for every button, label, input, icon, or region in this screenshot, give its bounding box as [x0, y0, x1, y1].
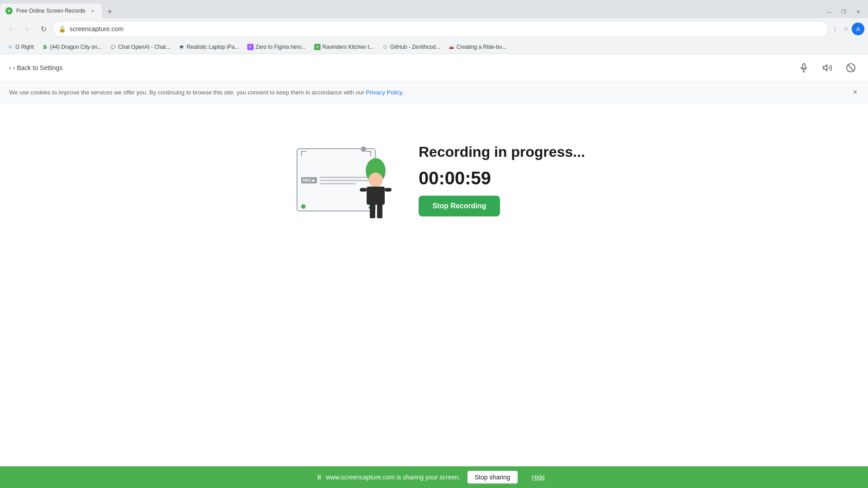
bookmark-ravinders-icon: R [314, 44, 321, 50]
bookmark-github-icon: ⬡ [382, 44, 388, 50]
bookmark-github-label: GitHub - Zenithcod... [390, 44, 440, 50]
svg-line-3 [848, 65, 854, 71]
bookmark-github[interactable]: ⬡ GitHub - Zenithcod... [378, 43, 444, 51]
hide-button[interactable]: Hide [525, 471, 552, 483]
top-bar: ‹ ‹ Back to Settings [0, 54, 868, 82]
recording-info: Recording in progress... 00:00:59 Stop R… [419, 143, 585, 216]
lock-icon: 🔒 [58, 25, 66, 33]
person-svg [346, 157, 392, 221]
profile-button[interactable]: A [852, 23, 864, 35]
cookie-banner: We use cookies to improve the services w… [0, 82, 868, 103]
bookmark-laptop[interactable]: 💻 Realistic Laptop iPa... [175, 43, 243, 51]
stop-sharing-button[interactable]: Stop sharing [467, 471, 518, 483]
stop-recording-button[interactable]: Stop Recording [419, 196, 500, 216]
page-content: ‹ ‹ Back to Settings [0, 54, 868, 257]
forward-button[interactable]: › [20, 22, 34, 36]
extensions-button[interactable]: ⋮ [830, 24, 840, 34]
bookmark-figma-label: Zero to Figma hero... [255, 44, 306, 50]
bookmark-ride-label: Creating a Ride-bo... [457, 44, 507, 50]
browser-chrome: ● Free Online Screen Recorde × + — ❐ ✕ ‹… [0, 0, 868, 54]
screen-share-message: www.screencapture.com is sharing your sc… [326, 474, 460, 481]
active-tab[interactable]: ● Free Online Screen Recorde × [0, 4, 102, 18]
block-button[interactable] [843, 60, 859, 76]
corner-tr [366, 151, 371, 156]
play-icon: ▶ [312, 178, 315, 183]
recording-status-title: Recording in progress... [419, 143, 585, 160]
tab-favicon: ● [5, 7, 13, 14]
bookmark-openai[interactable]: 💬 Chat OpenAI - Chat... [106, 43, 174, 51]
tab-bar: ● Free Online Screen Recorde × + — ❐ ✕ [0, 0, 868, 18]
bookmark-openai-label: Chat OpenAI - Chat... [118, 44, 170, 50]
bookmark-dragon-icon: 🐉 [42, 44, 48, 50]
back-to-settings-label: ‹ Back to Settings [13, 64, 63, 71]
back-chevron-icon: ‹ [9, 64, 11, 71]
pause-icon: ⏸ [316, 474, 322, 481]
address-bar[interactable]: 🔒 screencapture.com [52, 21, 828, 37]
corner-tl [301, 151, 307, 156]
rec-badge: REC ▶ [301, 177, 317, 183]
close-button[interactable]: ✕ [852, 5, 864, 18]
bookmark-figma-icon: F [247, 44, 254, 50]
rec-label: REC [303, 178, 311, 183]
bookmark-g-icon: G [7, 44, 14, 50]
tab-title: Free Online Screen Recorde [16, 8, 85, 14]
screen-share-bar: ⏸ www.screencapture.com is sharing your … [0, 466, 868, 488]
bookmark-ravinders[interactable]: R Ravinders Kitchen t... [311, 43, 377, 51]
cookie-text: We use cookies to improve the services w… [9, 89, 404, 96]
back-to-settings-link[interactable]: ‹ ‹ Back to Settings [9, 64, 62, 71]
url-text: screencapture.com [70, 25, 822, 33]
nav-actions: ⋮ ☆ A [830, 23, 864, 35]
main-content: REC ▶ [0, 103, 868, 257]
svg-rect-7 [370, 202, 375, 218]
bookmark-figma[interactable]: F Zero to Figma hero... [244, 43, 310, 51]
bookmarks-button[interactable]: ☆ [841, 24, 851, 34]
bookmark-ride-icon: 🚗 [448, 44, 455, 50]
microphone-button[interactable] [796, 60, 812, 76]
back-button[interactable]: ‹ [4, 22, 18, 36]
bookmark-dragon-label: (44) Dragon City on... [50, 44, 102, 50]
speaker-button[interactable] [819, 60, 835, 76]
bookmark-dragon-city[interactable]: 🐉 (44) Dragon City on... [38, 43, 106, 51]
recording-container: REC ▶ [283, 139, 585, 221]
maximize-button[interactable]: ❐ [837, 5, 850, 18]
new-tab-button[interactable]: + [104, 5, 116, 18]
reload-button[interactable]: ↻ [36, 22, 51, 36]
svg-point-5 [368, 173, 383, 187]
dot-left [301, 204, 306, 209]
bookmarks-bar: G G Right 🐉 (44) Dragon City on... 💬 Cha… [0, 40, 868, 54]
bookmark-ride[interactable]: 🚗 Creating a Ride-bo... [445, 43, 510, 51]
tab-controls: — ❐ ✕ [823, 5, 868, 18]
cookie-close-button[interactable]: × [851, 86, 859, 98]
svg-rect-9 [360, 188, 367, 192]
bookmark-ravinders-label: Ravinders Kitchen t... [322, 44, 374, 50]
svg-rect-0 [802, 64, 805, 69]
bookmark-laptop-icon: 💻 [179, 44, 185, 50]
bookmark-openai-icon: 💬 [110, 44, 116, 50]
bookmark-laptop-label: Realistic Laptop iPa... [187, 44, 239, 50]
svg-rect-6 [367, 187, 385, 205]
cookie-text-content: We use cookies to improve the services w… [9, 89, 366, 96]
svg-marker-1 [823, 65, 827, 71]
circle-decoration [361, 146, 366, 152]
minimize-button[interactable]: — [823, 5, 835, 18]
bookmark-g-right[interactable]: G G Right [4, 43, 38, 51]
bookmark-g-label: G Right [15, 44, 34, 50]
svg-rect-10 [385, 188, 392, 192]
privacy-policy-link[interactable]: Privacy Policy. [366, 89, 404, 96]
tab-close-button[interactable]: × [89, 7, 96, 14]
nav-bar: ‹ › ↻ 🔒 screencapture.com ⋮ ☆ A [0, 18, 868, 40]
top-icons [796, 60, 859, 76]
screen-share-text: ⏸ www.screencapture.com is sharing your … [316, 474, 460, 481]
recording-illustration: REC ▶ [283, 139, 392, 221]
svg-rect-8 [377, 202, 382, 218]
recording-timer: 00:00:59 [419, 168, 585, 188]
